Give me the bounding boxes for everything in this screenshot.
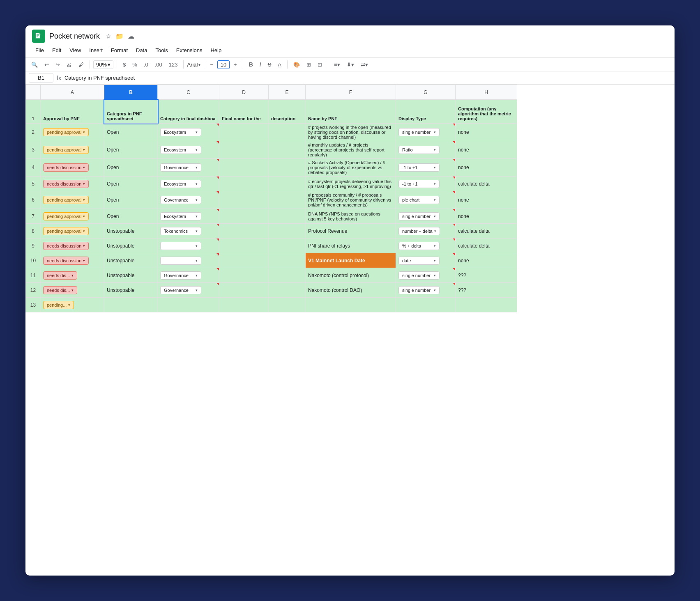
row10-approval[interactable]: needs discussion ▾ bbox=[41, 253, 104, 268]
badge-needs-12[interactable]: needs dis... ▾ bbox=[43, 286, 77, 294]
row11-display-type[interactable]: single number ▾ bbox=[396, 268, 456, 283]
row8-category-dashboard[interactable]: Tokenomics ▾ bbox=[158, 224, 219, 239]
row9-approval[interactable]: needs discussion ▾ bbox=[41, 239, 104, 253]
italic-button[interactable]: I bbox=[257, 60, 264, 69]
row4-category-dashboard[interactable]: Governance ▾ bbox=[158, 159, 219, 177]
badge-pending-6[interactable]: pending approval ▾ bbox=[43, 196, 89, 204]
decrease-font-button[interactable]: − bbox=[207, 60, 216, 69]
dropdown-numberdelta-8[interactable]: number + delta ▾ bbox=[398, 227, 440, 235]
row5-category-dashboard[interactable]: Ecosystem ▾ bbox=[158, 177, 219, 191]
dropdown-ratio-3[interactable]: Ratio ▾ bbox=[398, 146, 440, 154]
dropdown-ecosystem-5[interactable]: Ecosystem ▾ bbox=[160, 180, 201, 188]
row12-approval[interactable]: needs dis... ▾ bbox=[41, 283, 104, 298]
dropdown-empty-9[interactable]: ▾ bbox=[160, 242, 201, 250]
menu-extensions[interactable]: Extensions bbox=[173, 46, 206, 55]
sheet-container[interactable]: A B C D E F G H 1 Approval by PNF bbox=[25, 85, 675, 576]
dropdown-range-5[interactable]: -1 to +1 ▾ bbox=[398, 180, 440, 188]
dropdown-tokenomics-8[interactable]: Tokenomics ▾ bbox=[160, 227, 201, 235]
dropdown-range-4[interactable]: -1 to +1 ▾ bbox=[398, 163, 440, 172]
row3-category-dashboard[interactable]: Ecosystem ▾ bbox=[158, 141, 219, 159]
row11-approval[interactable]: needs dis... ▾ bbox=[41, 268, 104, 283]
dropdown-governance-11[interactable]: Governance ▾ bbox=[160, 271, 201, 280]
print-button[interactable]: 🖨 bbox=[64, 60, 74, 69]
dropdown-empty-10[interactable]: ▾ bbox=[160, 257, 201, 265]
badge-needs-11[interactable]: needs dis... ▾ bbox=[43, 271, 77, 280]
col-header-b[interactable]: B bbox=[104, 85, 158, 100]
row10-display-type[interactable]: date ▾ bbox=[396, 253, 456, 268]
row7-display-type[interactable]: single number ▾ bbox=[396, 209, 456, 224]
decrease-decimal-button[interactable]: .0 bbox=[141, 60, 151, 69]
currency-button[interactable]: $ bbox=[120, 60, 128, 69]
undo-button[interactable]: ↩ bbox=[42, 60, 51, 69]
dropdown-ecosystem-7[interactable]: Ecosystem ▾ bbox=[160, 212, 201, 220]
align-button[interactable]: ≡▾ bbox=[332, 60, 343, 69]
dropdown-single-2[interactable]: single number ▾ bbox=[398, 128, 440, 136]
dropdown-pctdelta-9[interactable]: % + delta ▾ bbox=[398, 242, 440, 250]
paint-format-button[interactable]: 🖌 bbox=[76, 60, 86, 69]
col-header-f[interactable]: F bbox=[306, 85, 396, 100]
row6-approval[interactable]: pending approval ▾ bbox=[41, 191, 104, 209]
dropdown-single-7[interactable]: single number ▾ bbox=[398, 212, 440, 220]
badge-pending[interactable]: pending approval ▾ bbox=[43, 128, 89, 136]
cloud-icon[interactable]: ☁ bbox=[128, 32, 134, 40]
zoom-select[interactable]: 90% ▾ bbox=[93, 60, 113, 69]
row13-approval[interactable]: pending... ▾ bbox=[41, 298, 104, 312]
redo-button[interactable]: ↪ bbox=[53, 60, 62, 69]
font-selector[interactable]: Arial ▾ bbox=[187, 62, 200, 68]
menu-format[interactable]: Format bbox=[108, 46, 131, 55]
row5-approval[interactable]: needs discussion ▾ bbox=[41, 177, 104, 191]
fill-color-button[interactable]: 🎨 bbox=[291, 60, 302, 69]
cell-reference[interactable]: B1 bbox=[29, 73, 53, 83]
folder-icon[interactable]: 📁 bbox=[115, 32, 124, 40]
row2-category-dashboard[interactable]: Ecosystem ▾ bbox=[158, 124, 219, 141]
dropdown-pie-6[interactable]: pie chart ▾ bbox=[398, 196, 440, 204]
menu-data[interactable]: Data bbox=[133, 46, 150, 55]
bold-button[interactable]: B bbox=[246, 60, 256, 69]
row9-category-dashboard[interactable]: ▾ bbox=[158, 239, 219, 253]
increase-font-button[interactable]: + bbox=[231, 60, 239, 69]
underline-button[interactable]: A bbox=[275, 60, 284, 69]
dropdown-governance-6[interactable]: Governance ▾ bbox=[160, 196, 201, 204]
row4-approval[interactable]: needs discussion ▾ bbox=[41, 159, 104, 177]
row11-category-dashboard[interactable]: Governance ▾ bbox=[158, 268, 219, 283]
dropdown-governance-12[interactable]: Governance ▾ bbox=[160, 286, 201, 294]
row3-display-type[interactable]: Ratio ▾ bbox=[396, 141, 456, 159]
row2-approval[interactable]: pending approval ▾ bbox=[41, 124, 104, 141]
badge-needs-4[interactable]: needs discussion ▾ bbox=[43, 163, 89, 172]
borders-button[interactable]: ⊞ bbox=[304, 60, 313, 69]
row10-category-dashboard[interactable]: ▾ bbox=[158, 253, 219, 268]
row8-approval[interactable]: pending approval ▾ bbox=[41, 224, 104, 239]
menu-help[interactable]: Help bbox=[207, 46, 225, 55]
text-rotate-button[interactable]: ⇄▾ bbox=[358, 60, 371, 69]
row5-display-type[interactable]: -1 to +1 ▾ bbox=[396, 177, 456, 191]
col-header-a[interactable]: A bbox=[41, 85, 104, 100]
dropdown-ecosystem-3[interactable]: Ecosystem ▾ bbox=[160, 146, 201, 154]
search-button[interactable]: 🔍 bbox=[29, 60, 40, 69]
merge-button[interactable]: ⊡ bbox=[315, 60, 325, 69]
badge-pending-7[interactable]: pending approval ▾ bbox=[43, 212, 89, 220]
row2-display-type[interactable]: single number ▾ bbox=[396, 124, 456, 141]
badge-needs-10[interactable]: needs discussion ▾ bbox=[43, 257, 89, 265]
row7-approval[interactable]: pending approval ▾ bbox=[41, 209, 104, 224]
col-header-g[interactable]: G bbox=[396, 85, 456, 100]
row4-display-type[interactable]: -1 to +1 ▾ bbox=[396, 159, 456, 177]
row6-category-dashboard[interactable]: Governance ▾ bbox=[158, 191, 219, 209]
dropdown-governance-4[interactable]: Governance ▾ bbox=[160, 163, 201, 172]
row9-display-type[interactable]: % + delta ▾ bbox=[396, 239, 456, 253]
row3-approval[interactable]: pending approval ▾ bbox=[41, 141, 104, 159]
dropdown-date-10[interactable]: date ▾ bbox=[398, 257, 440, 265]
badge-needs-9[interactable]: needs discussion ▾ bbox=[43, 242, 89, 250]
increase-decimal-button[interactable]: .00 bbox=[152, 60, 165, 69]
dropdown-single-11[interactable]: single number ▾ bbox=[398, 271, 440, 280]
valign-button[interactable]: ⬇▾ bbox=[344, 60, 357, 69]
badge-pending-8[interactable]: pending approval ▾ bbox=[43, 227, 89, 235]
row12-category-dashboard[interactable]: Governance ▾ bbox=[158, 283, 219, 298]
format-123-button[interactable]: 123 bbox=[166, 60, 180, 69]
star-icon[interactable]: ☆ bbox=[106, 32, 111, 40]
menu-view[interactable]: View bbox=[66, 46, 84, 55]
col-header-c[interactable]: C bbox=[158, 85, 219, 100]
badge-needs-5[interactable]: needs discussion ▾ bbox=[43, 180, 89, 188]
row6-display-type[interactable]: pie chart ▾ bbox=[396, 191, 456, 209]
row8-display-type[interactable]: number + delta ▾ bbox=[396, 224, 456, 239]
percent-button[interactable]: % bbox=[130, 60, 140, 69]
